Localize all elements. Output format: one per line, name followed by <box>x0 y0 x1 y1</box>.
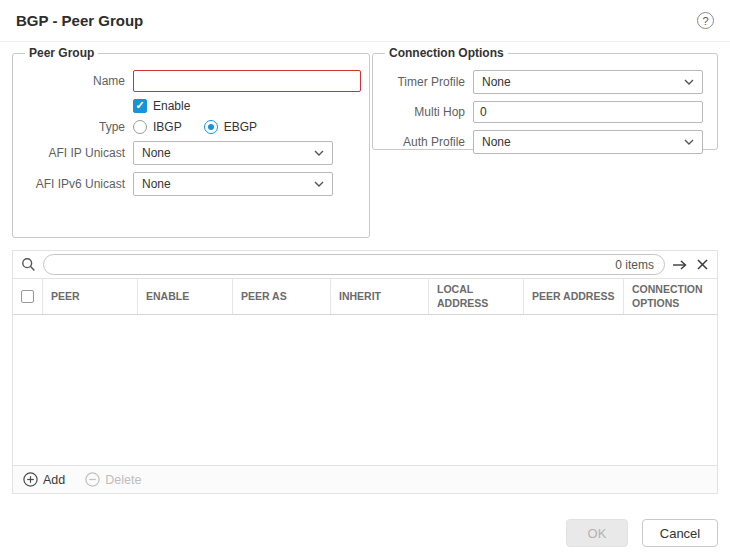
chevron-down-icon <box>684 79 694 85</box>
peer-group-section: Peer Group Name Enable Type IBGP EBGP <box>12 46 370 238</box>
connection-options-section: Connection Options Timer Profile None Mu… <box>372 46 718 150</box>
table-header-row: PEER ENABLE PEER AS INHERIT LOCAL ADDRES… <box>13 278 717 315</box>
type-radio-group: IBGP EBGP <box>133 120 257 134</box>
chevron-down-icon <box>314 181 324 187</box>
table-footer: Add Delete <box>13 465 717 493</box>
column-header-peer[interactable]: PEER <box>43 279 138 314</box>
radio-unselected-icon <box>133 120 147 134</box>
enable-checkbox[interactable]: Enable <box>133 99 190 113</box>
auth-profile-row: Auth Profile None <box>381 130 709 154</box>
type-ebgp-label: EBGP <box>224 120 257 134</box>
multi-hop-label: Multi Hop <box>381 105 465 119</box>
name-row: Name <box>21 70 361 92</box>
column-header-enable[interactable]: ENABLE <box>138 279 233 314</box>
chevron-down-icon <box>684 139 694 145</box>
multi-hop-input[interactable] <box>473 101 703 123</box>
search-icon <box>21 257 36 272</box>
table-body-empty <box>13 315 717 465</box>
select-all-cell <box>13 279 43 314</box>
afi-ipv6-unicast-value: None <box>142 177 314 191</box>
column-header-local-address[interactable]: LOCAL ADDRESS <box>429 279 524 314</box>
cancel-button[interactable]: Cancel <box>642 519 718 547</box>
afi-ip-unicast-value: None <box>142 146 314 160</box>
minus-circle-icon <box>85 472 100 487</box>
afi-ipv6-row: AFI IPv6 Unicast None <box>21 172 361 196</box>
enable-label: Enable <box>153 99 190 113</box>
afi-ip-unicast-select[interactable]: None <box>133 141 333 165</box>
items-count: 0 items <box>615 258 654 272</box>
auth-profile-value: None <box>482 135 684 149</box>
type-ibgp-radio[interactable]: IBGP <box>133 120 182 134</box>
dialog-title: BGP - Peer Group <box>16 12 143 29</box>
plus-circle-icon <box>23 472 38 487</box>
peer-group-legend: Peer Group <box>25 46 98 60</box>
type-label: Type <box>21 120 125 134</box>
dialog-actions: OK Cancel <box>566 519 718 547</box>
multi-hop-row: Multi Hop <box>381 101 709 123</box>
ok-button[interactable]: OK <box>566 519 628 547</box>
name-input[interactable] <box>133 70 361 92</box>
column-header-peer-as[interactable]: PEER AS <box>233 279 331 314</box>
search-pill: 0 items <box>43 254 665 275</box>
afi-ipv6-unicast-select[interactable]: None <box>133 172 333 196</box>
radio-selected-icon <box>204 120 218 134</box>
auth-profile-label: Auth Profile <box>381 135 465 149</box>
clear-filter-close-icon[interactable] <box>696 258 709 271</box>
peers-table: 0 items PEER ENABLE PEER AS INHERIT LOCA… <box>12 250 718 494</box>
checkbox-check-icon <box>133 99 147 113</box>
column-header-connection-options[interactable]: CONNECTION OPTIONS <box>624 279 717 314</box>
delete-label: Delete <box>105 473 141 487</box>
add-label: Add <box>43 473 65 487</box>
select-all-checkbox[interactable] <box>21 290 34 303</box>
apply-filter-arrow-icon[interactable] <box>672 258 689 272</box>
column-header-peer-address[interactable]: PEER ADDRESS <box>524 279 624 314</box>
search-input[interactable] <box>54 257 615 273</box>
table-search-row: 0 items <box>13 251 717 278</box>
type-ebgp-radio[interactable]: EBGP <box>204 120 257 134</box>
afi-ip-row: AFI IP Unicast None <box>21 141 361 165</box>
afi-ip-unicast-label: AFI IP Unicast <box>21 146 125 160</box>
dialog-titlebar: BGP - Peer Group ? <box>0 0 730 42</box>
chevron-down-icon <box>314 150 324 156</box>
enable-row: Enable <box>21 99 361 113</box>
afi-ipv6-unicast-label: AFI IPv6 Unicast <box>21 177 125 191</box>
timer-profile-label: Timer Profile <box>381 75 465 89</box>
bgp-peer-group-dialog: BGP - Peer Group ? Peer Group Name Enabl… <box>0 0 730 560</box>
timer-profile-row: Timer Profile None <box>381 70 709 94</box>
type-row: Type IBGP EBGP <box>21 120 361 134</box>
help-icon[interactable]: ? <box>697 12 714 29</box>
auth-profile-select[interactable]: None <box>473 130 703 154</box>
delete-button[interactable]: Delete <box>85 472 141 487</box>
timer-profile-value: None <box>482 75 684 89</box>
column-header-inherit[interactable]: INHERIT <box>331 279 429 314</box>
type-ibgp-label: IBGP <box>153 120 182 134</box>
connection-options-legend: Connection Options <box>385 46 508 60</box>
name-label: Name <box>21 74 125 88</box>
add-button[interactable]: Add <box>23 472 65 487</box>
timer-profile-select[interactable]: None <box>473 70 703 94</box>
